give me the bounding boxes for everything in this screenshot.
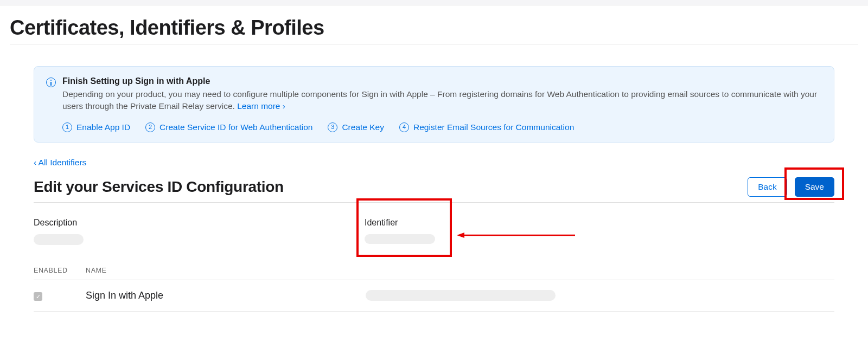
step-register-email-sources[interactable]: 4 Register Email Sources for Communicati… bbox=[399, 122, 574, 132]
page-title: Certificates, Identifiers & Profiles bbox=[10, 16, 858, 40]
col-enabled: ENABLED bbox=[34, 267, 72, 274]
save-button[interactable]: Save bbox=[795, 177, 834, 197]
config-title: Edit your Services ID Configuration bbox=[34, 178, 284, 196]
back-button[interactable]: Back bbox=[748, 177, 787, 197]
step-number-icon: 1 bbox=[62, 122, 72, 132]
step-number-icon: 4 bbox=[399, 122, 409, 132]
table-row: ✓ Sign In with Apple bbox=[34, 280, 834, 312]
col-name: NAME bbox=[86, 267, 834, 274]
notice-text: Depending on your product, you may need … bbox=[62, 89, 817, 111]
enabled-checkbox[interactable]: ✓ bbox=[34, 292, 42, 301]
step-label: Register Email Sources for Communication bbox=[413, 122, 574, 132]
learn-more-link[interactable]: Learn more › bbox=[237, 101, 285, 111]
step-label: Create Service ID for Web Authentication bbox=[159, 122, 312, 132]
description-label: Description bbox=[34, 218, 365, 228]
description-value-redacted bbox=[34, 234, 84, 245]
setup-notice: Finish Setting up Sign in with Apple Dep… bbox=[34, 66, 834, 143]
step-enable-app-id[interactable]: 1 Enable App ID bbox=[62, 122, 130, 132]
notice-body: Depending on your product, you may need … bbox=[62, 88, 822, 113]
step-label: Create Key bbox=[342, 122, 384, 132]
capability-config-redacted bbox=[366, 290, 556, 301]
step-label: Enable App ID bbox=[76, 122, 130, 132]
title-divider bbox=[10, 44, 858, 44]
notice-title: Finish Setting up Sign in with Apple bbox=[62, 76, 822, 86]
config-divider bbox=[34, 202, 834, 203]
identifier-label: Identifier bbox=[365, 218, 582, 228]
all-identifiers-link[interactable]: ‹ All Identifiers bbox=[34, 158, 86, 167]
info-icon bbox=[46, 78, 56, 87]
step-number-icon: 3 bbox=[328, 122, 337, 132]
identifier-value-redacted bbox=[365, 234, 435, 244]
step-create-key[interactable]: 3 Create Key bbox=[328, 122, 384, 132]
step-number-icon: 2 bbox=[145, 122, 155, 132]
step-create-service-id[interactable]: 2 Create Service ID for Web Authenticati… bbox=[145, 122, 312, 132]
capability-name: Sign In with Apple bbox=[86, 290, 352, 301]
